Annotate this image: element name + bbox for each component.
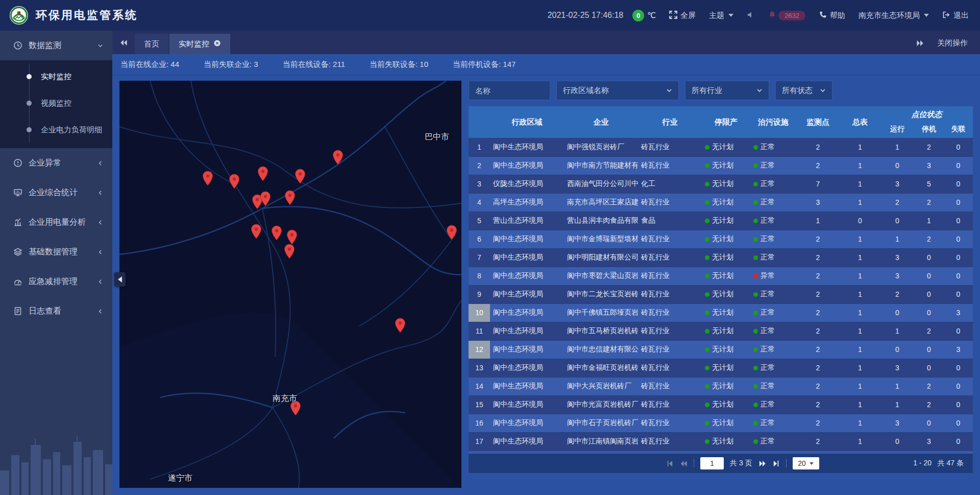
status-filter-select[interactable]: 所有状态 [775, 81, 832, 100]
cell-region: 阆中生态环境局 [490, 285, 564, 303]
cell-meter: 1 [840, 414, 880, 432]
map-pin-icon[interactable] [257, 166, 268, 181]
cell-facility-status: 正常 [750, 175, 796, 193]
cell-points: 3 [796, 193, 840, 211]
map-pin-icon[interactable] [271, 225, 282, 241]
table-row[interactable]: 2阆中生态环境局阆中市南方节能建材有砖瓦行业无计划正常21030 [469, 156, 973, 175]
table-row[interactable]: 7阆中生态环境局阆中明阳建材有限公司砖瓦行业无计划正常21300 [469, 248, 973, 267]
table-row[interactable]: 8阆中生态环境局阆中市枣碧大梁山页岩砖瓦行业无计划异常21300 [469, 267, 973, 285]
table-row[interactable]: 10阆中生态环境局阆中千佛镇五郎垭页岩砖瓦行业无计划正常21003 [469, 303, 973, 322]
cell-industry: 砖瓦行业 [638, 156, 702, 175]
range-label: 1 - 20 [913, 459, 932, 467]
page-number-input[interactable] [700, 457, 724, 469]
map-pin-icon[interactable] [295, 169, 306, 184]
close-operations-button[interactable]: 关闭操作 [937, 38, 968, 48]
sidebar-item-emergency-reduction[interactable]: 应急减排管理 [0, 267, 112, 296]
table-row[interactable]: 12阆中生态环境局阆中市忠信建材有限公砖瓦行业无计划正常21003 [469, 340, 973, 359]
temperature-value: 0 [632, 10, 644, 21]
cell-stopped: 0 [914, 303, 944, 322]
cell-company: 阆中市石子页岩机砖厂 [564, 414, 638, 432]
table-row[interactable]: 16阆中生态环境局阆中市石子页岩机砖厂砖瓦行业无计划正常21300 [469, 414, 973, 432]
map-pin-icon[interactable] [284, 244, 295, 259]
table-row[interactable]: 9阆中生态环境局阆中市二龙长宝页岩砖砖瓦行业无计划正常21200 [469, 285, 973, 303]
tabs-scroll-left-button[interactable] [112, 31, 135, 54]
table-row[interactable]: 14阆中生态环境局阆中大兴页岩机砖厂砖瓦行业无计划正常21120 [469, 377, 973, 395]
table-row[interactable]: 13阆中生态环境局阆中市金福旺页岩机砖砖瓦行业无计划正常21300 [469, 359, 973, 377]
table-row[interactable]: 17阆中生态环境局阆中市江南镇阆南页岩砖瓦行业无计划正常21030 [469, 432, 973, 451]
cell-facility-status: 正常 [750, 377, 796, 395]
last-page-button[interactable] [772, 460, 780, 467]
region-filter-select[interactable]: 行政区域名称 [556, 81, 679, 100]
map-collapse-button[interactable] [114, 272, 126, 287]
fullscreen-button[interactable]: 全屏 [669, 11, 696, 20]
tab-close-icon[interactable] [213, 39, 221, 49]
map-pin-icon[interactable] [395, 318, 406, 333]
map-pin-icon[interactable] [332, 150, 344, 165]
cell-meter: 1 [840, 303, 880, 322]
tab-realtime[interactable]: 实时监控 [169, 34, 230, 54]
sidebar-item-enterprise-power-analysis[interactable]: 企业用电量分析 [0, 207, 112, 237]
map-pin-icon[interactable] [202, 171, 213, 186]
page-size-select[interactable]: 20 [793, 457, 819, 469]
cell-running: 1 [880, 322, 914, 340]
cell-company: 阆中大兴页岩机砖厂 [564, 377, 638, 395]
sidebar-item-enterprise-statistics[interactable]: 企业综合统计 [0, 178, 112, 207]
sidebar-item-base-data-management[interactable]: 基础数据管理 [0, 237, 112, 267]
mute-button[interactable] [747, 11, 755, 20]
logout-icon [942, 11, 950, 20]
cell-stopped: 1 [914, 211, 944, 230]
map-pin-icon[interactable] [260, 191, 271, 206]
table-row[interactable]: 11阆中生态环境局阆中市五马桥页岩机砖砖瓦行业无计划正常21120 [469, 322, 973, 340]
cell-offline: 0 [944, 211, 973, 230]
sidebar-item-data-monitoring[interactable]: 数据监测 [0, 31, 112, 60]
cell-company: 阆中市光富页岩机砖厂 [564, 395, 638, 414]
table-row[interactable]: 3仪陇生态环境局西南油气田分公司川中化工无计划正常71350 [469, 175, 973, 193]
sidebar-item-log-view[interactable]: 日志查看 [0, 296, 112, 326]
cell-stopped: 0 [914, 285, 944, 303]
theme-dropdown[interactable]: 主题 [709, 11, 733, 20]
table-row[interactable]: 4高坪生态环境局南充市高坪区王家店建砖瓦行业无计划正常31220 [469, 193, 973, 211]
org-user-dropdown[interactable]: 南充市生态环境局 [859, 11, 929, 20]
map-pin-icon[interactable] [286, 229, 298, 245]
next-page-button[interactable] [758, 460, 766, 467]
map-panel[interactable]: 巴中市南充市遂宁市 [119, 81, 461, 488]
stat-item: 当前在线设备: 211 [283, 60, 345, 69]
map-pin-icon[interactable] [446, 225, 457, 240]
sidebar-subitem-video-monitoring[interactable]: 视频监控 [0, 90, 112, 116]
status-dot-icon [753, 145, 758, 150]
sidebar-item-enterprise-abnormal[interactable]: 企业异常 [0, 148, 112, 178]
temperature-indicator: 0 ℃ [632, 10, 656, 21]
row-index: 13 [469, 359, 490, 377]
sidebar-subitem-realtime-monitoring[interactable]: 实时监控 [0, 63, 112, 90]
cell-industry: 砖瓦行业 [638, 285, 702, 303]
status-dot-icon [705, 421, 709, 426]
industry-filter-select[interactable]: 所有行业 [685, 81, 769, 100]
row-index: 10 [469, 303, 490, 322]
chevron-down-icon [924, 14, 929, 17]
sidebar-subitem-enterprise-power-load-detail[interactable]: 企业电力负荷明细 [0, 116, 112, 143]
tabs-scroll-right-button[interactable] [916, 39, 924, 47]
cell-offline: 0 [944, 230, 973, 248]
status-dot-icon [753, 237, 758, 242]
table-row[interactable]: 5营山生态环境局营山县润丰肉食品有限食品无计划正常10010 [469, 211, 973, 230]
bullet-dot-icon [27, 127, 32, 132]
name-filter-input[interactable] [475, 86, 544, 95]
table-row[interactable]: 6阆中生态环境局阆中市金博瑞新型墙材砖瓦行业无计划正常21120 [469, 230, 973, 248]
logout-button[interactable]: 退出 [942, 11, 969, 20]
cell-limit-status: 无计划 [702, 285, 750, 303]
cell-company: 西南油气田分公司川中 [564, 175, 638, 193]
table-row[interactable]: 1阆中生态环境局阆中强锐页岩砖厂砖瓦行业无计划正常21120 [469, 138, 973, 156]
notifications[interactable]: 2632 [768, 11, 805, 20]
first-page-button[interactable] [666, 460, 674, 467]
help-button[interactable]: 帮助 [819, 11, 845, 20]
cell-stopped: 0 [914, 340, 944, 359]
map-pin-icon[interactable] [251, 224, 262, 239]
map-pin-icon[interactable] [229, 174, 240, 189]
cell-offline: 3 [944, 340, 973, 359]
table-row[interactable]: 15阆中生态环境局阆中市光富页岩机砖厂砖瓦行业无计划正常21120 [469, 395, 973, 414]
previous-page-button[interactable] [680, 460, 688, 467]
map-pin-icon[interactable] [284, 190, 296, 205]
tab-home[interactable]: 首页 [135, 34, 168, 54]
cell-facility-status: 异常 [750, 267, 796, 285]
app-logo-icon [9, 6, 29, 25]
